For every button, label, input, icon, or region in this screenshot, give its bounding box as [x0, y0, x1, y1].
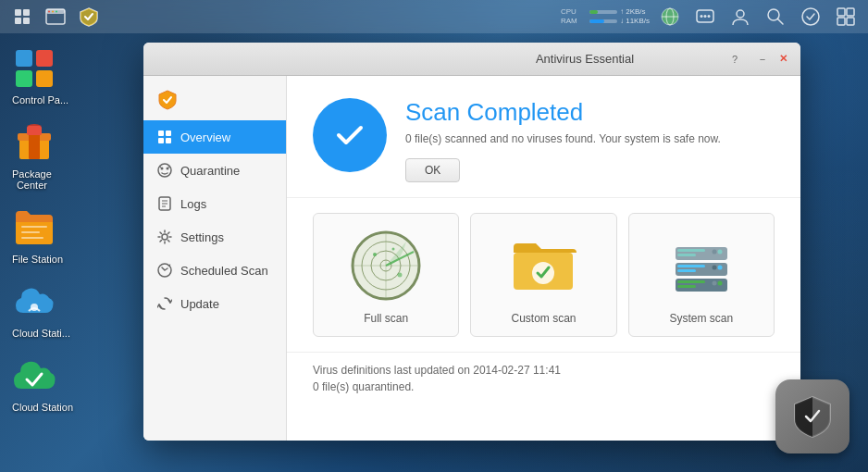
svg-rect-21 — [847, 8, 854, 16]
browser-icon[interactable] — [41, 2, 70, 31]
antivirus-taskbar-icon[interactable] — [74, 2, 104, 31]
scan-footer: Virus definitions last updated on 2014-0… — [287, 353, 800, 404]
scan-completed-title: Scan Completed — [405, 98, 775, 127]
scan-info: Scan Completed 0 file(s) scanned and no … — [405, 98, 775, 182]
cloud-station1-label: Cloud Stati... — [12, 328, 70, 339]
svg-rect-74 — [677, 254, 696, 256]
svg-rect-33 — [21, 226, 47, 228]
app-grid-icon[interactable] — [7, 2, 37, 31]
sidebar-settings-label: Settings — [180, 230, 224, 244]
shield-widget-icon — [789, 393, 836, 440]
svg-rect-24 — [16, 50, 32, 67]
search-taskbar-icon[interactable] — [761, 2, 790, 31]
sidebar-logo — [156, 89, 179, 111]
control-panel-label: Control Pa... — [12, 94, 68, 106]
svg-point-56 — [373, 253, 377, 256]
custom-scan-card[interactable]: Custom scan — [470, 213, 616, 337]
ok-button[interactable]: OK — [405, 158, 460, 182]
desktop-icon-file-station[interactable]: File Station — [5, 202, 125, 268]
quarantine-icon — [156, 162, 173, 179]
chat-icon[interactable] — [690, 2, 720, 31]
main-content: Scan Completed 0 file(s) scanned and no … — [287, 76, 800, 441]
svg-rect-68 — [677, 265, 705, 267]
window-title: Antivirus Essential — [441, 52, 728, 66]
help-button[interactable]: ? — [728, 53, 741, 66]
svg-point-15 — [708, 15, 711, 18]
window-manager-icon[interactable] — [831, 2, 861, 31]
taskbar-left — [7, 2, 104, 31]
virus-def-text: Virus definitions last updated on 2014-0… — [313, 364, 775, 377]
svg-rect-34 — [21, 231, 40, 233]
sidebar-item-scheduled-scan[interactable]: Scheduled Scan — [143, 254, 286, 287]
system-scan-card[interactable]: System scan — [628, 213, 775, 337]
svg-point-76 — [712, 250, 716, 255]
svg-rect-73 — [677, 249, 705, 252]
package-center-icon — [12, 120, 56, 165]
antivirus-window: Antivirus Essential ? − ✕ — [143, 43, 800, 441]
sidebar-item-overview[interactable]: Overview — [143, 120, 286, 154]
sidebar-header — [143, 83, 286, 120]
svg-point-19 — [802, 8, 819, 25]
svg-point-7 — [52, 11, 54, 13]
sidebar-item-update[interactable]: Update — [143, 287, 286, 320]
svg-rect-37 — [158, 130, 164, 136]
system-info: CPU ↑ 2KB/s RAM ↓ 11KB/s — [561, 7, 650, 25]
svg-point-6 — [48, 11, 50, 13]
quarantine-count-text: 0 file(s) quarantined. — [313, 380, 775, 393]
svg-rect-39 — [158, 138, 164, 143]
custom-scan-label: Custom scan — [511, 312, 576, 325]
svg-point-75 — [717, 250, 722, 255]
svg-rect-26 — [16, 70, 32, 87]
desktop-icon-cloud-station2[interactable]: Cloud Station — [5, 350, 125, 416]
svg-rect-25 — [36, 50, 53, 67]
full-scan-card[interactable]: Full scan — [313, 213, 459, 337]
custom-scan-icon — [506, 229, 580, 303]
svg-rect-31 — [27, 126, 42, 135]
close-button[interactable]: ✕ — [776, 53, 789, 66]
cloud-station2-icon — [12, 354, 56, 398]
desktop-icon-control-panel[interactable]: Control Pa... — [5, 43, 125, 109]
svg-rect-40 — [166, 138, 171, 143]
svg-point-48 — [162, 234, 167, 240]
user-icon[interactable] — [725, 2, 755, 31]
sidebar-item-quarantine[interactable]: Quarantine — [143, 154, 286, 187]
svg-point-65 — [717, 281, 722, 286]
sidebar-item-settings[interactable]: Settings — [143, 220, 286, 254]
overview-icon — [156, 129, 173, 145]
svg-point-71 — [712, 266, 716, 270]
full-scan-label: Full scan — [364, 312, 408, 325]
scheduled-scan-icon — [156, 262, 173, 279]
sidebar-scheduled-scan-label: Scheduled Scan — [180, 264, 268, 278]
svg-point-14 — [704, 15, 707, 18]
svg-point-41 — [158, 164, 171, 177]
cloud-station1-icon — [12, 279, 56, 324]
svg-rect-23 — [847, 18, 854, 25]
package-center-label: Package Center — [12, 168, 52, 191]
svg-point-70 — [717, 266, 722, 270]
svg-rect-22 — [837, 18, 845, 25]
desktop-icon-cloud-station1[interactable]: Cloud Stati... — [5, 276, 125, 342]
sidebar-quarantine-label: Quarantine — [180, 164, 240, 178]
minimize-button[interactable]: − — [756, 53, 769, 66]
status-icon[interactable] — [796, 2, 825, 31]
scan-cards: Full scan — [287, 198, 800, 353]
svg-rect-27 — [36, 70, 53, 87]
scan-completed-desc: 0 file(s) scanned and no viruses found. … — [405, 132, 775, 145]
desktop-icon-package-center[interactable]: Package Center — [5, 117, 125, 194]
svg-rect-2 — [15, 18, 21, 24]
sidebar: Overview Quarantine — [143, 76, 287, 441]
update-icon — [156, 295, 173, 312]
sidebar-logs-label: Logs — [180, 197, 206, 211]
svg-point-58 — [392, 248, 395, 251]
cloud-station2-label: Cloud Station — [12, 402, 73, 413]
svg-line-18 — [778, 19, 784, 25]
window-titlebar: Antivirus Essential ? − ✕ — [143, 43, 800, 76]
svg-point-8 — [56, 11, 57, 13]
sidebar-update-label: Update — [180, 297, 219, 311]
shield-widget[interactable] — [775, 379, 849, 453]
network-icon[interactable] — [655, 2, 685, 31]
scan-header: Scan Completed 0 file(s) scanned and no … — [287, 76, 800, 198]
file-station-label: File Station — [12, 254, 63, 265]
sidebar-item-logs[interactable]: Logs — [143, 187, 286, 220]
scan-check-circle — [313, 98, 387, 172]
